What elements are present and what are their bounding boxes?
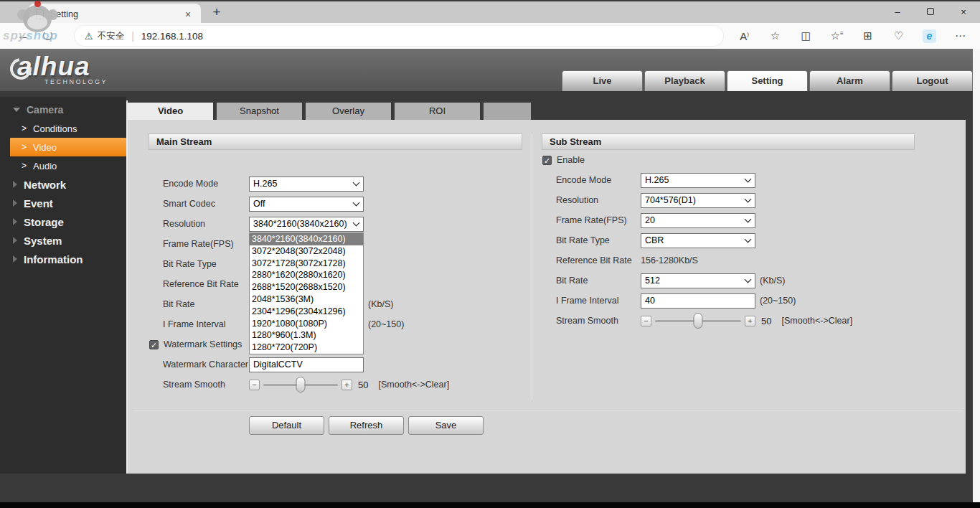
nav-setting-button[interactable]: Setting: [727, 70, 808, 91]
stream-smooth-row: Stream Smooth − + 50 [Smooth<->Clear]: [149, 375, 522, 395]
read-aloud-icon[interactable]: A): [729, 30, 760, 42]
favorites-star-icon[interactable]: ☆: [760, 29, 791, 42]
dropdown-option[interactable]: 3840*2160(3840x2160): [250, 233, 363, 245]
sub-encode-mode-select[interactable]: H.265: [641, 173, 755, 188]
new-tab-button[interactable]: +: [208, 4, 225, 20]
more-menu-icon[interactable]: ⋯: [945, 29, 976, 42]
sub-bit-rate-select[interactable]: 512: [641, 273, 755, 288]
window-controls: – ×: [881, 1, 980, 24]
split-screen-icon[interactable]: ◫: [791, 29, 821, 42]
slider-plus-button[interactable]: +: [341, 380, 352, 390]
triangle-right-icon: [13, 199, 17, 207]
dropdown-option[interactable]: 2880*1620(2880x1620): [250, 269, 363, 281]
collections-icon[interactable]: ⊞: [852, 29, 883, 42]
default-button[interactable]: Default: [249, 416, 324, 435]
tab-snapshot[interactable]: Snapshot: [217, 103, 302, 120]
dropdown-option[interactable]: 3072*1728(3072x1728): [250, 258, 363, 270]
resolution-row: Resolution 704*576(D1): [542, 190, 915, 210]
tab-title: Setting: [50, 9, 182, 19]
bit-rate-label: Bit Rate: [556, 276, 641, 286]
window-close-button[interactable]: ×: [947, 1, 980, 24]
sub-frame-rate-select[interactable]: 20: [641, 213, 755, 228]
chevron-right-icon: >: [22, 142, 27, 152]
nav-playback-button[interactable]: Playback: [644, 70, 725, 91]
nav-live-button[interactable]: Live: [562, 70, 643, 91]
chevron-down-icon: [353, 199, 360, 206]
sidebar-group-camera[interactable]: Camera: [0, 100, 126, 119]
sub-i-frame-interval-input[interactable]: 40: [641, 293, 755, 309]
dropdown-option[interactable]: 1280*720(720P): [250, 342, 363, 354]
dropdown-option[interactable]: 2048*1536(3M): [250, 293, 363, 306]
slider-plus-button[interactable]: +: [745, 316, 755, 326]
window-minimize-button[interactable]: –: [881, 1, 914, 24]
slider-minus-button[interactable]: −: [249, 380, 260, 390]
watermark-character-input[interactable]: DigitalCCTV: [249, 357, 364, 372]
dropdown-option[interactable]: 3072*2048(3072x2048): [250, 245, 363, 258]
refresh-button[interactable]: Refresh: [329, 416, 404, 435]
sidebar-item-video[interactable]: > Video: [10, 138, 126, 156]
reference-bit-rate-row: Reference Bit Rate 156-1280Kb/S: [542, 250, 915, 271]
browser-essentials-icon[interactable]: ♡: [883, 29, 914, 42]
address-separator: |: [131, 30, 134, 42]
encode-mode-row: Encode Mode H.265: [542, 170, 915, 190]
dropdown-option[interactable]: 2304*1296(2304x1296): [250, 306, 363, 318]
security-warning-text: 不安全: [98, 30, 125, 42]
favorites-hub-icon[interactable]: ☆≡: [821, 29, 852, 42]
sidebar-group-information[interactable]: Information: [0, 250, 126, 268]
sidebar-item-audio[interactable]: > Audio: [10, 156, 126, 175]
toolbar-icons: A) ☆ ◫ ☆≡ ⊞ ♡ e ⋯: [729, 26, 976, 46]
resolution-select[interactable]: 3840*2160(3840x2160): [249, 217, 364, 232]
chevron-down-icon: [353, 179, 360, 186]
i-frame-interval-label: I Frame Interval: [163, 319, 249, 329]
address-bar[interactable]: ⚠ 不安全 | 192.168.1.108: [75, 26, 723, 46]
ie-mode-icon[interactable]: e: [914, 29, 945, 43]
actions-divider: [133, 409, 962, 410]
slider-track[interactable]: [655, 320, 741, 322]
dropdown-option[interactable]: 1280*960(1.3M): [250, 329, 363, 342]
chevron-down-icon: [745, 276, 752, 283]
frame-rate-label: Frame Rate(FPS): [163, 239, 249, 249]
sidebar-group-storage[interactable]: Storage: [0, 212, 126, 231]
smart-codec-select[interactable]: Off: [249, 197, 364, 212]
enable-checkbox[interactable]: ✓: [542, 156, 552, 165]
save-button[interactable]: Save: [408, 416, 484, 435]
main-stream-header: Main Stream: [149, 133, 522, 150]
tabstrip-filler: [484, 103, 531, 120]
resolution-row: Resolution 3840*2160(3840x2160): [149, 214, 522, 234]
sub-bit-rate-type-select[interactable]: CBR: [641, 233, 755, 248]
tab-close-icon[interactable]: ×: [182, 9, 194, 20]
reference-bit-rate-label: Reference Bit Rate: [163, 279, 249, 289]
frame-rate-row: Frame Rate(FPS) 20: [542, 210, 915, 230]
sidebar-item-conditions[interactable]: > Conditions: [10, 119, 126, 138]
tab-overlay[interactable]: Overlay: [306, 103, 391, 120]
sidebar-group-network[interactable]: Network: [0, 175, 126, 194]
encode-mode-label: Encode Mode: [556, 175, 641, 185]
page-scrollbar[interactable]: [973, 49, 980, 502]
slider-track[interactable]: [263, 384, 338, 386]
sub-stream-smooth-slider: − + 50 [Smooth<->Clear]: [641, 316, 852, 326]
stream-smooth-slider: − + 50 [Smooth<->Clear]: [249, 380, 449, 390]
dropdown-option[interactable]: 1920*1080(1080P): [250, 318, 363, 330]
triangle-down-icon: [13, 108, 20, 112]
slider-minus-button[interactable]: −: [641, 316, 651, 326]
stream-smooth-hint: [Smooth<->Clear]: [378, 380, 449, 390]
tab-video[interactable]: Video: [128, 103, 213, 120]
watermark-settings-checkbox[interactable]: ✓: [149, 340, 159, 349]
bit-rate-type-row: Bit Rate Type CBR: [542, 230, 915, 250]
encode-mode-select[interactable]: H.265: [249, 177, 364, 192]
window-maximize-button[interactable]: [914, 1, 947, 24]
dropdown-option[interactable]: 2688*1520(2688x1520): [250, 281, 363, 293]
sidebar-group-system[interactable]: System: [0, 231, 126, 250]
tab-roi[interactable]: ROI: [395, 103, 480, 120]
sidebar-group-label: System: [24, 235, 62, 247]
site-header: alhua TECHNOLOGY Live Playback Setting A…: [0, 49, 980, 91]
stream-smooth-hint: [Smooth<->Clear]: [781, 316, 852, 326]
slider-handle[interactable]: [296, 377, 306, 392]
slider-handle[interactable]: [694, 313, 703, 329]
nav-logout-button[interactable]: Logout: [892, 70, 973, 91]
nav-alarm-button[interactable]: Alarm: [809, 70, 890, 91]
sidebar-group-event[interactable]: Event: [0, 194, 126, 212]
sub-resolution-select[interactable]: 704*576(D1): [641, 193, 755, 208]
bit-rate-label: Bit Rate: [163, 299, 249, 309]
encode-mode-row: Encode Mode H.265: [149, 174, 522, 194]
